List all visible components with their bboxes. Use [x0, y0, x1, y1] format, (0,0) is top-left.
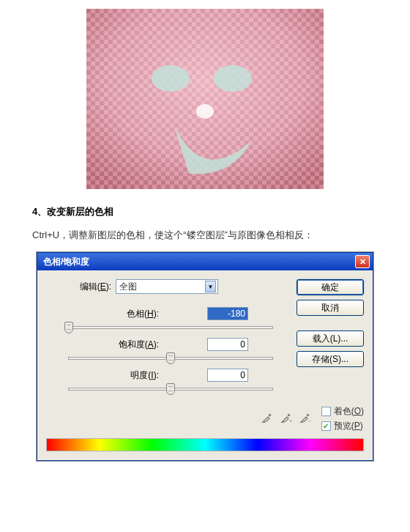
svg-text:+: +	[289, 418, 292, 424]
lightness-slider-thumb[interactable]	[166, 383, 175, 395]
step-instruction: Ctrl+U，调整新图层的色相，使这个“镂空图层”与原图像色相相反：	[32, 229, 410, 242]
lightness-label: 明度(I):	[46, 369, 163, 382]
chevron-down-icon: ▼	[205, 281, 216, 292]
cancel-button[interactable]: 取消	[297, 300, 364, 316]
hue-input[interactable]	[207, 307, 248, 320]
lightness-slider[interactable]	[68, 388, 273, 391]
eyedropper-group: + −	[261, 412, 311, 426]
save-button[interactable]: 存储(S)...	[297, 351, 364, 367]
svg-point-6	[214, 65, 252, 92]
colorize-label: 着色(O)	[334, 405, 364, 418]
colorize-checkbox[interactable]	[321, 407, 331, 416]
edit-select-value: 全图	[119, 281, 205, 293]
lightness-input[interactable]	[207, 369, 248, 382]
svg-rect-11	[306, 413, 309, 416]
saturation-label: 饱和度(A):	[46, 339, 163, 351]
eyedropper-minus-icon[interactable]: −	[299, 412, 311, 426]
svg-text:−: −	[308, 418, 311, 424]
close-button[interactable]: ✕	[355, 255, 370, 268]
hue-label: 色相(H):	[46, 308, 163, 320]
preview-checkbox[interactable]: ✔	[321, 421, 331, 431]
dialog-titlebar: 色相/饱和度 ✕	[37, 253, 373, 270]
eyedropper-icon[interactable]	[261, 412, 273, 426]
svg-point-7	[196, 104, 214, 119]
saturation-input[interactable]	[207, 338, 248, 351]
ok-button[interactable]: 确定	[297, 279, 364, 295]
dialog-title: 色相/饱和度	[43, 256, 355, 268]
edit-select[interactable]: 全图 ▼	[116, 279, 218, 294]
saturation-slider-thumb[interactable]	[166, 352, 175, 364]
load-button[interactable]: 载入(L)...	[297, 330, 364, 347]
hue-slider[interactable]	[68, 326, 273, 329]
hue-saturation-dialog: 色相/饱和度 ✕ 编辑(E): 全图 ▼ 色相(H):	[37, 252, 373, 461]
edit-label: 编辑(E):	[46, 281, 116, 293]
saturation-slider[interactable]	[68, 357, 273, 360]
close-icon: ✕	[359, 257, 366, 267]
svg-point-5	[152, 65, 190, 92]
svg-rect-9	[287, 413, 290, 416]
hue-slider-thumb[interactable]	[64, 322, 73, 333]
eyedropper-plus-icon[interactable]: +	[280, 412, 292, 426]
preview-label: 预览(P)	[334, 420, 363, 432]
hue-spectrum-bar	[46, 438, 364, 451]
layer-preview-image	[86, 9, 324, 189]
step-heading: 4、改变新层的色相	[32, 205, 410, 218]
svg-rect-8	[268, 413, 271, 416]
